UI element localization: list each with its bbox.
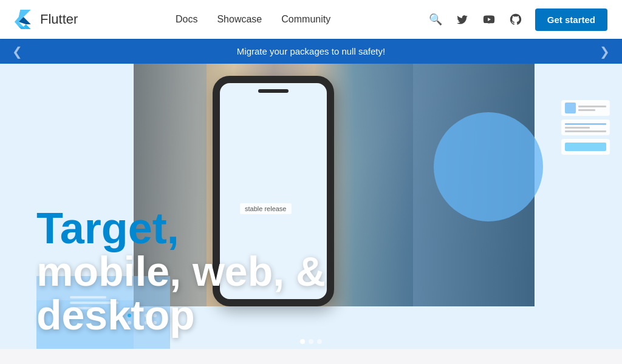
ui-card-3 [561, 139, 610, 155]
brand-name: Flutter [40, 12, 78, 27]
ui-card-lines-3 [565, 143, 606, 151]
brand-area: Flutter [15, 10, 78, 29]
nav-docs[interactable]: Docs [176, 14, 197, 25]
carousel-dot-3[interactable] [317, 339, 322, 344]
hero-section: stable release Target, mobile, web, &des… [0, 64, 622, 349]
nav-community[interactable]: Community [281, 14, 330, 25]
youtube-icon[interactable] [482, 12, 496, 27]
banner: ❮ Migrate your packages to null safety! … [0, 39, 622, 64]
hero-text-area: Target, mobile, web, &desktop [36, 206, 326, 337]
get-started-button[interactable]: Get started [535, 8, 607, 31]
banner-prev-icon[interactable]: ❮ [12, 44, 22, 59]
carousel-indicator [300, 339, 322, 344]
hero-title-top: Target, [36, 206, 326, 250]
ui-card-block [565, 143, 606, 151]
svg-marker-0 [19, 10, 31, 17]
twitter-icon[interactable] [455, 12, 470, 27]
flutter-logo-icon [15, 10, 34, 29]
github-icon[interactable] [508, 12, 523, 27]
nav-showcase[interactable]: Showcase [217, 14, 262, 25]
ui-card-line [578, 106, 606, 107]
carousel-dot-1[interactable] [300, 339, 305, 344]
search-icon[interactable]: 🔍 [428, 12, 443, 27]
ui-card-line-blue [565, 123, 606, 125]
ui-card-line-3 [565, 130, 606, 132]
navbar: Flutter Docs Showcase Community 🔍 Get st… [0, 0, 622, 39]
ui-card-2 [561, 120, 610, 135]
nav-actions: 🔍 Get started [428, 8, 607, 31]
ui-card-1 [561, 100, 610, 116]
ui-card-lines-1 [578, 106, 606, 111]
banner-next-icon[interactable]: ❯ [600, 44, 610, 59]
blue-circle-decoration [434, 112, 543, 221]
ui-card-line-short [578, 109, 595, 111]
nav-links: Docs Showcase Community [176, 14, 330, 25]
ui-card-line-2 [565, 127, 590, 129]
ui-card-image-1 [565, 103, 576, 113]
banner-text: Migrate your packages to null safety! [237, 46, 385, 56]
right-ui-panel [561, 100, 610, 155]
carousel-dot-2[interactable] [309, 339, 313, 344]
hero-title-bottom: mobile, web, &desktop [36, 250, 326, 337]
ui-card-lines-2 [565, 123, 606, 132]
